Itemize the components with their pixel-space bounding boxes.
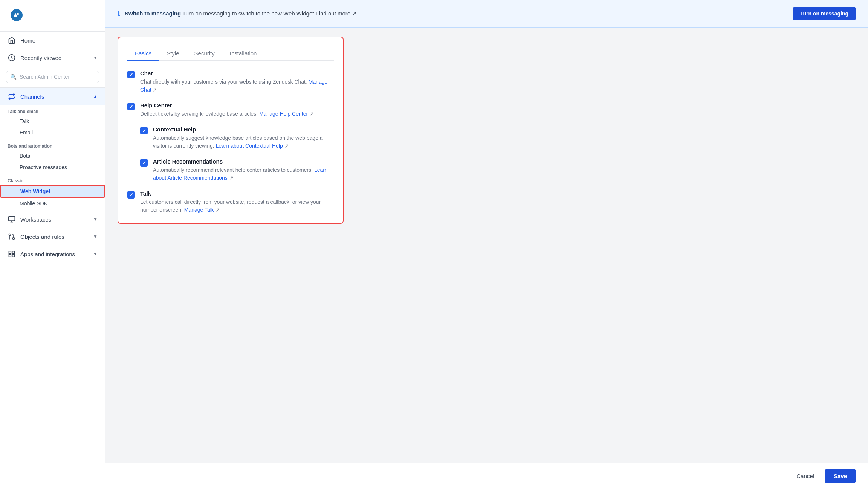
channels-icon xyxy=(8,92,16,101)
channels-group-classic: Classic Web Widget Mobile SDK xyxy=(0,174,105,209)
sidebar-item-recently-viewed[interactable]: Recently viewed ▼ xyxy=(0,49,105,66)
help-center-content: Help Center Deflect tickets by serving k… xyxy=(140,102,334,118)
sidebar-item-objects-and-rules[interactable]: Objects and rules ▼ xyxy=(0,228,105,245)
sidebar-navigation: Home Recently viewed ▼ 🔍 Channels ▲ Talk… xyxy=(0,32,105,489)
learn-article-recommendations-link[interactable]: Learn about Article Recommendations xyxy=(153,167,328,181)
article-recommendations-desc: Automatically recommend relevant help ce… xyxy=(153,166,334,182)
manage-talk-link[interactable]: Manage Talk xyxy=(184,207,214,213)
search-input[interactable] xyxy=(20,74,95,80)
talk-title: Talk xyxy=(140,190,334,197)
sidebar-item-web-widget[interactable]: Web Widget xyxy=(0,185,105,198)
talk-desc: Let customers call directly from your we… xyxy=(140,198,334,214)
sidebar-item-proactive-messages[interactable]: Proactive messages xyxy=(0,162,105,173)
article-recommendations-content: Article Recommendations Automatically re… xyxy=(153,158,334,182)
chat-item: Chat Chat directly with your customers v… xyxy=(127,70,334,94)
talk-content: Talk Let customers call directly from yo… xyxy=(140,190,334,214)
workspaces-icon xyxy=(8,215,16,223)
help-center-title: Help Center xyxy=(140,102,334,108)
contextual-help-checkbox[interactable] xyxy=(140,127,148,134)
section-label-talk-email: Talk and email xyxy=(0,105,105,116)
main-content: ℹ Switch to messaging Turn on messaging … xyxy=(105,0,868,489)
section-label-bots: Bots and automation xyxy=(0,140,105,150)
cancel-button[interactable]: Cancel xyxy=(790,470,820,482)
tab-installation[interactable]: Installation xyxy=(222,46,264,61)
search-container: 🔍 xyxy=(0,66,105,88)
sidebar-item-channels-label: Channels xyxy=(20,93,44,100)
sidebar-item-talk[interactable]: Talk xyxy=(0,116,105,127)
zendesk-logo-icon xyxy=(9,8,24,23)
talk-item: Talk Let customers call directly from yo… xyxy=(127,190,334,214)
manage-help-center-link[interactable]: Manage Help Center xyxy=(259,111,308,117)
chevron-down-icon-2: ▼ xyxy=(93,217,98,222)
sidebar-item-apps-and-integrations[interactable]: Apps and integrations ▼ xyxy=(0,245,105,263)
article-recommendations-item: Article Recommendations Automatically re… xyxy=(140,158,334,182)
manage-chat-link[interactable]: Manage Chat xyxy=(140,79,327,93)
sidebar-item-workspaces-label: Workspaces xyxy=(20,216,51,223)
search-wrap: 🔍 xyxy=(6,71,99,83)
banner-description: Turn on messaging to switch to the new W… xyxy=(182,10,316,17)
talk-checkbox[interactable] xyxy=(127,191,135,199)
tab-security[interactable]: Security xyxy=(187,46,222,61)
chat-checkbox[interactable] xyxy=(127,71,135,78)
info-icon: ℹ xyxy=(118,9,120,18)
tab-style[interactable]: Style xyxy=(159,46,186,61)
chat-desc: Chat directly with your customers via yo… xyxy=(140,78,334,94)
footer: Cancel Save xyxy=(105,463,868,489)
apps-icon xyxy=(8,250,16,258)
clock-icon xyxy=(8,53,16,62)
chevron-down-icon: ▼ xyxy=(93,55,98,60)
sidebar-item-channels[interactable]: Channels ▲ xyxy=(0,88,105,105)
sidebar-item-workspaces[interactable]: Workspaces ▼ xyxy=(0,211,105,228)
contextual-help-title: Contextual Help xyxy=(153,126,334,133)
turn-on-messaging-button[interactable]: Turn on messaging xyxy=(793,7,856,20)
search-icon: 🔍 xyxy=(10,74,17,80)
svg-rect-7 xyxy=(9,251,11,254)
channels-group-talk-email: Talk and email Talk Email xyxy=(0,105,105,138)
logo xyxy=(0,0,105,32)
chevron-down-icon-3: ▼ xyxy=(93,234,98,239)
objects-icon xyxy=(8,232,16,241)
svg-rect-1 xyxy=(9,217,15,221)
save-button[interactable]: Save xyxy=(825,469,856,483)
contextual-help-item: Contextual Help Automatically suggest kn… xyxy=(140,126,334,150)
sidebar-item-mobile-sdk[interactable]: Mobile SDK xyxy=(0,198,105,209)
sidebar-item-recently-viewed-label: Recently viewed xyxy=(20,55,61,61)
tabs: Basics Style Security Installation xyxy=(127,46,334,61)
learn-contextual-help-link[interactable]: Learn about Contextual Help xyxy=(216,143,283,149)
svg-point-4 xyxy=(13,238,15,240)
home-icon xyxy=(8,36,16,44)
channels-group-bots: Bots and automation Bots Proactive messa… xyxy=(0,140,105,173)
tab-basics[interactable]: Basics xyxy=(127,46,159,61)
sidebar-item-home-label: Home xyxy=(20,37,35,44)
contextual-help-content: Contextual Help Automatically suggest kn… xyxy=(153,126,334,150)
section-label-classic: Classic xyxy=(0,174,105,185)
web-widget-panel: Basics Style Security Installation Chat … xyxy=(118,37,344,224)
help-center-checkbox[interactable] xyxy=(127,103,135,110)
chevron-down-icon-4: ▼ xyxy=(93,251,98,257)
sidebar-item-bots[interactable]: Bots xyxy=(0,150,105,162)
help-center-item: Help Center Deflect tickets by serving k… xyxy=(127,102,334,118)
svg-rect-8 xyxy=(12,251,15,254)
svg-rect-10 xyxy=(12,255,15,257)
svg-point-5 xyxy=(9,234,11,236)
sidebar-item-apps-label: Apps and integrations xyxy=(20,251,75,257)
chevron-up-icon: ▲ xyxy=(93,94,98,99)
chat-title: Chat xyxy=(140,70,334,76)
banner-text: Switch to messaging Turn on messaging to… xyxy=(125,10,788,17)
banner-title: Switch to messaging xyxy=(125,10,181,17)
article-recommendations-checkbox[interactable] xyxy=(140,159,148,167)
sidebar: Home Recently viewed ▼ 🔍 Channels ▲ Talk… xyxy=(0,0,105,489)
article-recommendations-title: Article Recommendations xyxy=(153,158,334,165)
messaging-banner: ℹ Switch to messaging Turn on messaging … xyxy=(105,0,868,28)
contextual-help-desc: Automatically suggest knowledge base art… xyxy=(153,134,334,150)
sidebar-item-home[interactable]: Home xyxy=(0,32,105,49)
sidebar-item-objects-label: Objects and rules xyxy=(20,234,64,240)
chat-content: Chat Chat directly with your customers v… xyxy=(140,70,334,94)
svg-rect-9 xyxy=(9,255,11,257)
help-center-desc: Deflect tickets by serving knowledge bas… xyxy=(140,110,334,118)
content-area: Basics Style Security Installation Chat … xyxy=(105,28,868,463)
banner-link[interactable]: Find out more xyxy=(316,10,351,17)
sidebar-item-email[interactable]: Email xyxy=(0,127,105,138)
